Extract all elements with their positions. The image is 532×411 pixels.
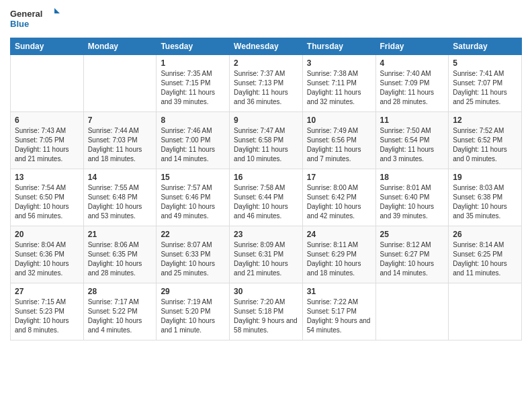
calendar-cell: 16Sunrise: 7:58 AMSunset: 6:44 PMDayligh… — [230, 169, 303, 226]
calendar-cell: 28Sunrise: 7:17 AMSunset: 5:22 PMDayligh… — [83, 283, 157, 340]
day-number: 8 — [161, 116, 225, 125]
day-info: Sunrise: 8:09 AMSunset: 6:31 PMDaylight:… — [234, 240, 298, 278]
week-row-2: 6Sunrise: 7:43 AMSunset: 7:05 PMDaylight… — [11, 112, 522, 169]
day-info: Sunrise: 8:00 AMSunset: 6:42 PMDaylight:… — [307, 183, 371, 221]
week-row-5: 27Sunrise: 7:15 AMSunset: 5:23 PMDayligh… — [11, 283, 522, 340]
logo: General Blue — [10, 7, 64, 32]
calendar-cell: 21Sunrise: 8:06 AMSunset: 6:35 PMDayligh… — [83, 226, 157, 283]
day-number: 21 — [88, 230, 152, 239]
day-number: 17 — [307, 173, 371, 182]
col-saturday: Saturday — [449, 38, 522, 55]
calendar-cell: 5Sunrise: 7:41 AMSunset: 7:07 PMDaylight… — [449, 55, 522, 112]
calendar-cell: 10Sunrise: 7:49 AMSunset: 6:56 PMDayligh… — [302, 112, 375, 169]
day-info: Sunrise: 8:12 AMSunset: 6:27 PMDaylight:… — [380, 240, 445, 278]
day-info: Sunrise: 8:06 AMSunset: 6:35 PMDaylight:… — [88, 240, 152, 278]
day-info: Sunrise: 7:40 AMSunset: 7:09 PMDaylight:… — [380, 69, 445, 107]
week-row-3: 13Sunrise: 7:54 AMSunset: 6:50 PMDayligh… — [11, 169, 522, 226]
day-number: 19 — [453, 173, 517, 182]
day-number: 12 — [453, 116, 517, 125]
week-row-4: 20Sunrise: 8:04 AMSunset: 6:36 PMDayligh… — [11, 226, 522, 283]
calendar-cell: 15Sunrise: 7:57 AMSunset: 6:46 PMDayligh… — [157, 169, 230, 226]
calendar-cell: 17Sunrise: 8:00 AMSunset: 6:42 PMDayligh… — [302, 169, 375, 226]
day-number: 7 — [88, 116, 152, 125]
col-thursday: Thursday — [302, 38, 375, 55]
calendar-cell: 23Sunrise: 8:09 AMSunset: 6:31 PMDayligh… — [230, 226, 303, 283]
calendar-cell: 31Sunrise: 7:22 AMSunset: 5:17 PMDayligh… — [302, 283, 375, 340]
logo-svg: General Blue — [10, 7, 64, 32]
day-info: Sunrise: 7:41 AMSunset: 7:07 PMDaylight:… — [453, 69, 517, 107]
day-info: Sunrise: 7:19 AMSunset: 5:20 PMDaylight:… — [161, 298, 225, 335]
calendar-cell: 19Sunrise: 8:03 AMSunset: 6:38 PMDayligh… — [449, 169, 522, 226]
calendar-cell: 20Sunrise: 8:04 AMSunset: 6:36 PMDayligh… — [11, 226, 84, 283]
calendar-table: Sunday Monday Tuesday Wednesday Thursday… — [10, 38, 522, 340]
day-info: Sunrise: 7:37 AMSunset: 7:13 PMDaylight:… — [234, 69, 298, 107]
day-number: 3 — [307, 58, 371, 68]
calendar-cell: 18Sunrise: 8:01 AMSunset: 6:40 PMDayligh… — [375, 169, 449, 226]
day-number: 24 — [307, 230, 371, 239]
calendar-cell: 13Sunrise: 7:54 AMSunset: 6:50 PMDayligh… — [11, 169, 84, 226]
day-number: 30 — [234, 287, 298, 296]
day-number: 22 — [161, 230, 225, 239]
calendar-cell — [83, 55, 157, 112]
day-info: Sunrise: 7:43 AMSunset: 7:05 PMDaylight:… — [15, 126, 79, 164]
day-info: Sunrise: 8:14 AMSunset: 6:25 PMDaylight:… — [453, 240, 517, 278]
calendar-cell: 27Sunrise: 7:15 AMSunset: 5:23 PMDayligh… — [11, 283, 84, 340]
calendar-cell: 9Sunrise: 7:47 AMSunset: 6:58 PMDaylight… — [230, 112, 303, 169]
day-number: 27 — [15, 287, 79, 296]
calendar-cell — [375, 283, 449, 340]
calendar-cell: 24Sunrise: 8:11 AMSunset: 6:29 PMDayligh… — [302, 226, 375, 283]
day-info: Sunrise: 7:57 AMSunset: 6:46 PMDaylight:… — [161, 183, 225, 221]
day-info: Sunrise: 7:44 AMSunset: 7:03 PMDaylight:… — [88, 126, 152, 164]
col-sunday: Sunday — [11, 38, 84, 55]
svg-text:General: General — [10, 9, 42, 19]
calendar-cell: 2Sunrise: 7:37 AMSunset: 7:13 PMDaylight… — [230, 55, 303, 112]
header-row: Sunday Monday Tuesday Wednesday Thursday… — [11, 38, 522, 55]
day-number: 31 — [307, 287, 371, 296]
day-number: 14 — [88, 173, 152, 182]
page: General Blue Sunday Monday Tuesday Wedne… — [0, 0, 532, 411]
calendar-cell: 25Sunrise: 8:12 AMSunset: 6:27 PMDayligh… — [375, 226, 449, 283]
col-tuesday: Tuesday — [157, 38, 230, 55]
svg-text:Blue: Blue — [10, 19, 29, 29]
day-number: 23 — [234, 230, 298, 239]
day-info: Sunrise: 7:49 AMSunset: 6:56 PMDaylight:… — [307, 126, 371, 164]
day-info: Sunrise: 7:54 AMSunset: 6:50 PMDaylight:… — [15, 183, 79, 221]
day-info: Sunrise: 7:46 AMSunset: 7:00 PMDaylight:… — [161, 126, 225, 164]
calendar-cell: 14Sunrise: 7:55 AMSunset: 6:48 PMDayligh… — [83, 169, 157, 226]
day-number: 2 — [234, 58, 298, 68]
day-number: 11 — [380, 116, 445, 125]
calendar-cell — [11, 55, 84, 112]
calendar-cell: 30Sunrise: 7:20 AMSunset: 5:18 PMDayligh… — [230, 283, 303, 340]
day-info: Sunrise: 7:47 AMSunset: 6:58 PMDaylight:… — [234, 126, 298, 164]
calendar-cell: 3Sunrise: 7:38 AMSunset: 7:11 PMDaylight… — [302, 55, 375, 112]
day-number: 20 — [15, 230, 79, 239]
day-info: Sunrise: 7:17 AMSunset: 5:22 PMDaylight:… — [88, 298, 152, 335]
day-number: 26 — [453, 230, 517, 239]
day-number: 1 — [161, 58, 225, 68]
calendar-cell: 6Sunrise: 7:43 AMSunset: 7:05 PMDaylight… — [11, 112, 84, 169]
calendar-cell: 1Sunrise: 7:35 AMSunset: 7:15 PMDaylight… — [157, 55, 230, 112]
week-row-1: 1Sunrise: 7:35 AMSunset: 7:15 PMDaylight… — [11, 55, 522, 112]
day-number: 29 — [161, 287, 225, 296]
day-info: Sunrise: 7:55 AMSunset: 6:48 PMDaylight:… — [88, 183, 152, 221]
calendar-cell: 8Sunrise: 7:46 AMSunset: 7:00 PMDaylight… — [157, 112, 230, 169]
col-friday: Friday — [375, 38, 449, 55]
day-info: Sunrise: 8:01 AMSunset: 6:40 PMDaylight:… — [380, 183, 445, 221]
day-number: 18 — [380, 173, 445, 182]
day-number: 16 — [234, 173, 298, 182]
day-info: Sunrise: 7:20 AMSunset: 5:18 PMDaylight:… — [234, 298, 298, 335]
day-info: Sunrise: 7:58 AMSunset: 6:44 PMDaylight:… — [234, 183, 298, 221]
day-number: 13 — [15, 173, 79, 182]
day-number: 25 — [380, 230, 445, 239]
day-info: Sunrise: 7:50 AMSunset: 6:54 PMDaylight:… — [380, 126, 445, 164]
day-number: 10 — [307, 116, 371, 125]
calendar-cell — [449, 283, 522, 340]
svg-marker-1 — [54, 8, 60, 13]
day-number: 4 — [380, 58, 445, 68]
day-info: Sunrise: 7:15 AMSunset: 5:23 PMDaylight:… — [15, 298, 79, 335]
col-monday: Monday — [83, 38, 157, 55]
header: General Blue — [10, 7, 522, 32]
day-number: 5 — [453, 58, 517, 68]
day-number: 6 — [15, 116, 79, 125]
calendar-cell: 29Sunrise: 7:19 AMSunset: 5:20 PMDayligh… — [157, 283, 230, 340]
